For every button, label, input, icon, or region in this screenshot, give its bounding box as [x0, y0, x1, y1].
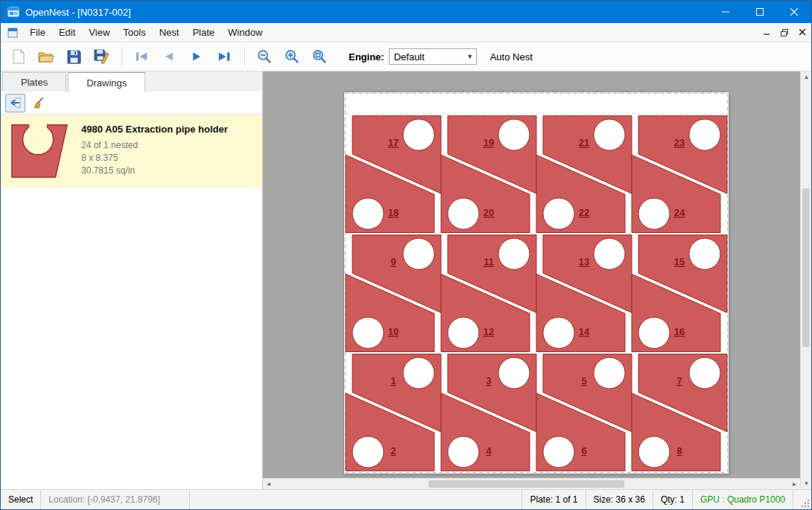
part-number-bottom[interactable]: 6 — [581, 445, 586, 456]
plate[interactable]: 171819202122232491011121314151612345678 — [343, 92, 728, 473]
part-number-bottom[interactable]: 16 — [674, 326, 685, 337]
panel-toolbar — [1, 92, 262, 115]
part-number-bottom[interactable]: 14 — [579, 326, 590, 337]
part-number-bottom[interactable]: 12 — [483, 326, 494, 337]
part-number-top[interactable]: 21 — [579, 137, 589, 148]
tab-plates[interactable]: Plates — [2, 72, 66, 92]
maximize-button[interactable] — [743, 1, 777, 23]
vertical-scrollbar[interactable]: ▲ ▼ — [800, 71, 811, 489]
nav-last-icon — [217, 51, 232, 63]
pipe-notch — [498, 119, 530, 150]
import-drawing-button[interactable] — [5, 94, 25, 112]
menu-plate[interactable]: Plate — [185, 24, 221, 41]
zoom-out-icon — [257, 49, 272, 64]
scroll-left-icon[interactable]: ◄ — [263, 479, 274, 490]
new-document-button[interactable] — [7, 45, 31, 68]
engine-combobox[interactable]: Default ▼ — [389, 48, 477, 65]
save-button[interactable] — [62, 45, 86, 68]
menu-file[interactable]: File — [23, 24, 52, 41]
part-number-top[interactable]: 5 — [581, 375, 586, 386]
nav-next-button[interactable] — [185, 45, 209, 68]
zoom-extents-icon — [312, 49, 327, 64]
document-window-icon[interactable] — [7, 27, 19, 39]
open-folder-button[interactable] — [34, 45, 58, 68]
part-thumbnail — [7, 119, 72, 180]
zoom-out-button[interactable] — [253, 45, 276, 68]
minimize-icon — [722, 8, 729, 16]
save-edit-button[interactable] — [89, 45, 113, 68]
canvas-viewport[interactable]: 171819202122232491011121314151612345678 — [263, 71, 800, 478]
pipe-notch — [689, 238, 720, 270]
part-number-top[interactable]: 9 — [390, 256, 396, 267]
menu-view[interactable]: View — [82, 24, 116, 41]
scroll-up-icon[interactable]: ▲ — [801, 71, 812, 83]
part-number-top[interactable]: 3 — [486, 375, 491, 386]
nav-previous-button[interactable] — [157, 45, 181, 68]
engine-value: Default — [390, 51, 464, 63]
nav-last-button[interactable] — [212, 45, 236, 68]
drawing-info: 4980 A05 Extraction pipe holder 24 of 1 … — [72, 119, 228, 180]
mdi-minimize-button[interactable] — [758, 25, 775, 41]
part-number-top[interactable]: 13 — [579, 256, 589, 267]
resize-grip[interactable] — [793, 490, 811, 509]
resize-grip-icon — [800, 498, 810, 508]
pipe-notch — [498, 238, 530, 270]
chevron-down-icon[interactable]: ▼ — [464, 53, 476, 60]
drawing-title: 4980 A05 Extraction pipe holder — [81, 124, 228, 135]
part-number-top[interactable]: 19 — [483, 137, 494, 148]
nav-previous-icon — [162, 51, 177, 63]
broom-icon — [32, 97, 45, 109]
part-number-bottom[interactable]: 2 — [390, 445, 396, 456]
menubar: File Edit View Tools Nest Plate Window — [1, 23, 811, 42]
horizontal-scrollbar[interactable]: ◄ ► — [263, 478, 800, 489]
auto-nest-label[interactable]: Auto Nest — [490, 51, 533, 63]
part-number-bottom[interactable]: 24 — [674, 207, 685, 218]
part-number-top[interactable]: 1 — [390, 375, 396, 386]
scroll-right-icon[interactable]: ► — [789, 479, 800, 490]
pipe-notch — [352, 317, 384, 348]
menu-edit[interactable]: Edit — [52, 24, 82, 41]
close-button[interactable] — [777, 1, 811, 23]
part-number-bottom[interactable]: 18 — [388, 207, 399, 218]
titlebar[interactable]: OpenNest - [N0317-002] — [1, 1, 811, 23]
status-location: Location: [-0.9437, 21.8796] — [41, 490, 190, 509]
scroll-down-icon[interactable]: ▼ — [801, 478, 812, 489]
zoom-in-button[interactable] — [280, 45, 304, 68]
status-spacer — [190, 490, 522, 509]
menu-window[interactable]: Window — [221, 24, 269, 41]
clean-button[interactable] — [28, 94, 48, 112]
part-number-bottom[interactable]: 4 — [486, 445, 492, 456]
part-number-bottom[interactable]: 8 — [676, 445, 682, 456]
part-number-top[interactable]: 17 — [388, 137, 399, 148]
part-number-top[interactable]: 11 — [483, 256, 494, 267]
vertical-scroll-thumb[interactable] — [802, 188, 810, 347]
tab-drawings[interactable]: Drawings — [68, 72, 145, 92]
mdi-close-button[interactable] — [793, 25, 811, 41]
nest-plate-svg[interactable]: 171819202122232491011121314151612345678 — [344, 92, 729, 474]
part-number-top[interactable]: 7 — [676, 375, 682, 386]
horizontal-scroll-thumb[interactable] — [428, 480, 624, 488]
status-size: Size: 36 x 36 — [586, 490, 653, 509]
part-number-top[interactable]: 23 — [674, 137, 685, 148]
status-plate: Plate: 1 of 1 — [522, 490, 586, 509]
menu-nest[interactable]: Nest — [153, 24, 186, 41]
minimize-button[interactable] — [708, 1, 743, 23]
nest-canvas[interactable]: 171819202122232491011121314151612345678 … — [263, 71, 800, 489]
pipe-notch — [689, 119, 720, 150]
part-number-bottom[interactable]: 10 — [388, 326, 399, 337]
part-number-top[interactable]: 15 — [674, 256, 685, 267]
nav-first-button[interactable] — [130, 45, 153, 68]
app-window: OpenNest - [N0317-002] File Edit View To… — [0, 0, 812, 510]
mdi-restore-button[interactable] — [775, 25, 793, 41]
zoom-extents-button[interactable] — [308, 45, 332, 68]
toolbar-separator — [244, 47, 245, 66]
part-number-bottom[interactable]: 20 — [483, 207, 494, 218]
pipe-notch — [543, 317, 574, 348]
pipe-notch — [594, 119, 625, 150]
close-icon — [790, 8, 798, 16]
menu-tools[interactable]: Tools — [116, 24, 152, 41]
pipe-notch — [498, 357, 530, 389]
pipe-notch — [594, 357, 625, 389]
part-number-bottom[interactable]: 22 — [579, 207, 589, 218]
drawing-list-item[interactable]: 4980 A05 Extraction pipe holder 24 of 1 … — [1, 115, 262, 188]
